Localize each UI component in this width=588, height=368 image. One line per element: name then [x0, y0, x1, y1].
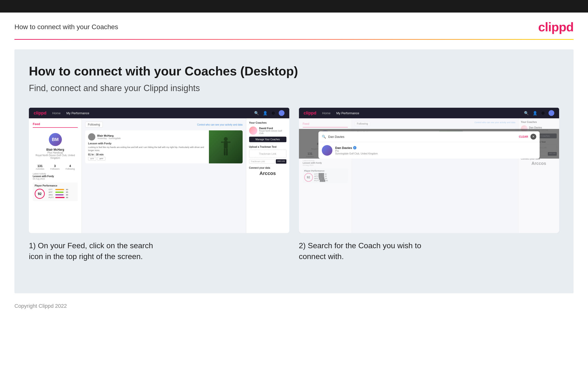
coach-item-1: David Ford Royal North Devon Golf Club — [249, 127, 286, 135]
coach-info-1: Blair McHarg Yesterday · Sunningdale — [97, 134, 121, 139]
lesson-coach-row-1: Blair McHarg Yesterday · Sunningdale — [88, 133, 206, 140]
main-subtitle: Find, connect and share your Clippd insi… — [29, 83, 559, 93]
search-box: 🔍 Dan Davies CLEAR ✕ Dan Davies — [318, 131, 540, 159]
nav-home-1: Home — [52, 111, 61, 115]
caption-2: 2) Search for the Coach you wish toconne… — [299, 240, 559, 262]
profile-avatar-1: BM — [49, 133, 62, 146]
feed-main-1: Following Control who can see your activ… — [82, 118, 246, 233]
perf-bars-1: OTT90 APP85 ARG86 PUTT96 — [49, 188, 68, 199]
page-title: How to connect with your Coaches — [14, 23, 118, 31]
svg-rect-3 — [228, 141, 231, 143]
following-button-1[interactable]: Following — [85, 122, 103, 128]
user-icon-nav-2[interactable]: 👤 — [533, 111, 537, 115]
nav-right-1: 🔍 👤 ⚙ — [254, 110, 284, 116]
nav-performance-1: My Performance — [66, 111, 89, 115]
upload-section-1: Upload a Trackman Test Trackman Link Tra… — [249, 146, 286, 164]
control-link-1[interactable]: Control who can see your activity and da… — [197, 123, 242, 126]
app-body-2: Feed BM Blair McHarg Plus Handicap Royal… — [299, 118, 559, 233]
verified-badge: ✓ — [353, 146, 356, 149]
search-icon-nav-2[interactable]: 🔍 — [524, 111, 529, 115]
nav-home-2: Home — [322, 111, 331, 115]
main-content: How to connect with your Coaches (Deskto… — [14, 49, 574, 293]
header-divider — [14, 39, 574, 40]
lesson-image-inner-1 — [209, 130, 243, 163]
screenshots-row: clippd Home My Performance 🔍 👤 ⚙ Feed — [29, 108, 559, 262]
svg-point-0 — [224, 137, 228, 141]
score-circle-1: 92 — [35, 189, 45, 199]
lesson-card-1: Blair McHarg Yesterday · Sunningdale Les… — [85, 130, 243, 163]
connect-section-1: Connect your data Arccos — [249, 166, 286, 176]
stat-followers: 3 Followers — [50, 164, 60, 170]
close-button[interactable]: ✕ — [530, 134, 536, 139]
result-club: Sunningdale Golf Club, United Kingdom — [335, 152, 378, 155]
golfer-silhouette-1 — [219, 136, 233, 158]
trackman-input-1[interactable]: Trackman Link — [249, 159, 275, 164]
add-link-btn-1[interactable]: Add Link — [276, 159, 286, 164]
lesson-title-1: Lesson with Fordy — [88, 142, 206, 145]
result-avatar — [322, 145, 332, 156]
caption-1: 1) On your Feed, click on the searchicon… — [29, 240, 289, 262]
profile-section-1: BM Blair McHarg Plus Handicap Royal Nort… — [33, 131, 78, 162]
profile-handicap-1: Plus Handicap — [33, 151, 78, 154]
trackman-input-row-1: Trackman Link Add Link — [249, 159, 286, 164]
app-nav-1: clippd Home My Performance 🔍 👤 ⚙ — [29, 108, 289, 118]
off-btn[interactable]: OTT — [88, 157, 96, 160]
search-icon-overlay: 🔍 — [322, 135, 326, 138]
screenshot-col-2: clippd Home My Performance 🔍 👤 ⚙ — [299, 108, 559, 262]
svg-rect-5 — [226, 148, 228, 156]
avatar-nav-2 — [549, 110, 554, 116]
avatar-nav — [279, 110, 284, 116]
latest-activity-1: Latest Activity Lesson with Fordy 03 Aug… — [33, 173, 78, 180]
svg-rect-4 — [224, 148, 226, 156]
coach-avatar-1 — [88, 133, 95, 140]
app-btn[interactable]: APP — [97, 157, 105, 160]
clippd-logo: clippd — [538, 20, 574, 34]
app-nav-2: clippd Home My Performance 🔍 👤 ⚙ — [299, 108, 559, 118]
profile-name-1: Blair McHarg — [33, 148, 78, 151]
stat-following: 4 Following — [65, 164, 75, 170]
main-title: How to connect with your Coaches (Deskto… — [29, 64, 559, 78]
app-logo-2: clippd — [304, 110, 316, 116]
search-input-overlay[interactable]: Dan Davies — [328, 135, 517, 138]
search-icon-nav[interactable]: 🔍 — [254, 111, 259, 115]
manage-coaches-btn-1[interactable]: Manage Your Coaches — [249, 137, 286, 142]
arccos-logo-1: Arccos — [249, 171, 286, 176]
svg-rect-1 — [224, 141, 228, 148]
clear-button[interactable]: CLEAR — [519, 135, 528, 138]
result-name: Dan Davies ✓ — [335, 146, 378, 150]
svg-rect-2 — [221, 141, 224, 143]
search-input-row: 🔍 Dan Davies CLEAR ✕ — [318, 131, 540, 142]
result-role: Pro — [335, 150, 378, 152]
user-icon-nav[interactable]: 👤 — [263, 111, 268, 115]
screenshot-frame-1: clippd Home My Performance 🔍 👤 ⚙ Feed — [29, 108, 289, 233]
nav-right-2: 🔍 👤 ⚙ — [524, 110, 554, 116]
btn-row-1: OTT APP — [88, 157, 206, 160]
lesson-desc-1: Looking to feel like my hands are exitin… — [88, 146, 206, 152]
app-sidebar-1: Feed BM Blair McHarg Plus Handicap Royal… — [29, 118, 82, 233]
performance-section-1: Player Performance 92 OTT90 APP85 ARG86 … — [33, 183, 78, 201]
top-bar — [0, 0, 588, 12]
feed-tab-1[interactable]: Feed — [33, 122, 78, 128]
search-overlay: 🔍 Dan Davies CLEAR ✕ Dan Davies — [299, 129, 559, 159]
coach-item-info-1: David Ford Royal North Devon Golf Club — [259, 127, 286, 135]
copyright-text: Copyright Clippd 2022 — [14, 303, 67, 309]
coaches-panel-1: Your Coaches David Ford Royal North Devo… — [246, 118, 289, 233]
app-logo-1: clippd — [34, 110, 46, 116]
screenshot-col-1: clippd Home My Performance 🔍 👤 ⚙ Feed — [29, 108, 289, 262]
screenshot-frame-2: clippd Home My Performance 🔍 👤 ⚙ — [299, 108, 559, 233]
footer: Copyright Clippd 2022 — [0, 303, 588, 319]
stats-row-1: 131 Activities 3 Followers 4 Following — [33, 164, 78, 170]
settings-icon-nav[interactable]: ⚙ — [272, 111, 275, 115]
settings-icon-nav-2[interactable]: ⚙ — [541, 111, 545, 115]
lesson-duration-1: 01 hr : 30 min — [88, 153, 206, 156]
stat-activities: 131 Activities — [36, 164, 44, 170]
lesson-text-1: Blair McHarg Yesterday · Sunningdale Les… — [85, 130, 209, 163]
following-row-1: Following Control who can see your activ… — [85, 122, 243, 128]
lesson-image-1 — [209, 130, 243, 163]
header: How to connect with your Coaches clippd — [0, 12, 588, 39]
coach-item-avatar-1 — [249, 127, 257, 135]
app-body-1: Feed BM Blair McHarg Plus Handicap Royal… — [29, 118, 289, 233]
profile-club-1: Royal North Devon Golf Club, United King… — [33, 154, 78, 159]
search-result-item[interactable]: Dan Davies ✓ Pro Sunningdale Golf Club, … — [318, 142, 540, 159]
result-info: Dan Davies ✓ Pro Sunningdale Golf Club, … — [335, 146, 378, 155]
